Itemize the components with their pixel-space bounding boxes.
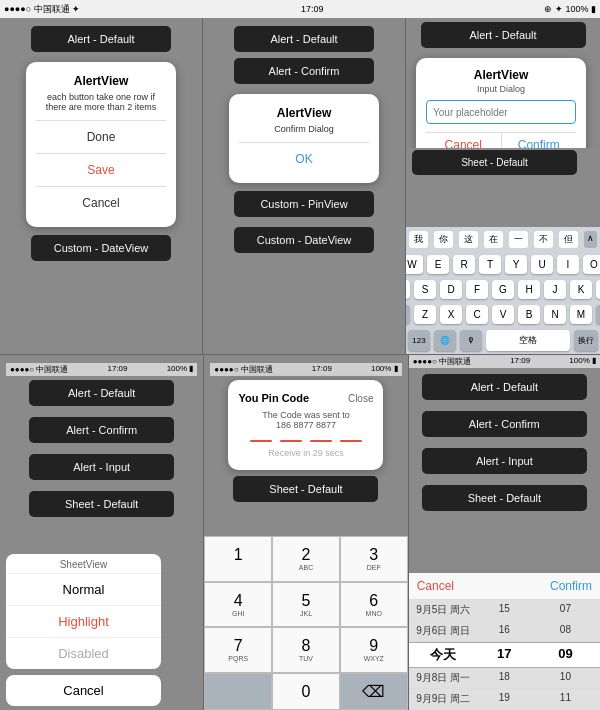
kb-f[interactable]: F bbox=[466, 280, 488, 299]
numpad-row-3: 7PQRS 8TUV 9WXYZ bbox=[204, 627, 407, 673]
kb-suggestion[interactable]: 但 bbox=[559, 231, 578, 248]
kb-r[interactable]: R bbox=[453, 255, 475, 274]
numpad-2[interactable]: 2ABC bbox=[272, 536, 340, 582]
date-picker-scroll: 9月5日 周六 15 07 9月6日 周日 16 08 今天 17 09 9月8… bbox=[409, 600, 600, 710]
kb-x[interactable]: X bbox=[440, 305, 462, 324]
done-button[interactable]: Done bbox=[36, 125, 166, 149]
date-picker-confirm[interactable]: Confirm bbox=[550, 579, 592, 593]
kb-a[interactable]: A bbox=[406, 280, 410, 299]
pin-title: You Pin Code bbox=[238, 392, 309, 404]
input-field[interactable] bbox=[426, 100, 576, 124]
input-dialog-title: AlertView bbox=[426, 68, 576, 82]
kb-m[interactable]: M bbox=[570, 305, 592, 324]
kb-v[interactable]: V bbox=[492, 305, 514, 324]
numpad-0[interactable]: 0 bbox=[272, 673, 340, 710]
kb-g[interactable]: G bbox=[492, 280, 514, 299]
kb-u[interactable]: U bbox=[531, 255, 553, 274]
carrier-left: ●●●●○ 中国联通 ✦ bbox=[4, 3, 80, 16]
kb-suggestion[interactable]: 不 bbox=[534, 231, 553, 248]
kb-j[interactable]: J bbox=[544, 280, 566, 299]
custom-dateview-btn-mid[interactable]: Custom - DateView bbox=[234, 227, 374, 253]
sheet-cancel[interactable]: Cancel bbox=[6, 675, 161, 706]
kb-n[interactable]: N bbox=[544, 305, 566, 324]
alert-confirm-btn-mid[interactable]: Alert - Confirm bbox=[234, 58, 374, 84]
kb-c[interactable]: C bbox=[466, 305, 488, 324]
cancel-button[interactable]: Cancel bbox=[36, 191, 166, 215]
alert-input-btn-bl[interactable]: Alert - Input bbox=[29, 454, 174, 480]
kb-suggestion[interactable]: 在 bbox=[484, 231, 503, 248]
numpad-8[interactable]: 8TUV bbox=[272, 627, 340, 673]
date-picker-cancel[interactable]: Cancel bbox=[417, 579, 454, 593]
pin-dots bbox=[238, 440, 373, 442]
numpad-row-1: 1 2ABC 3DEF bbox=[204, 536, 407, 582]
sheet-list: SheetView Normal Highlight Disabled bbox=[6, 554, 161, 669]
kb-suggestion[interactable]: 这 bbox=[459, 231, 478, 248]
numpad: 1 2ABC 3DEF 4GHI 5JKL 6MNO 7PQRS 8TUV 9W… bbox=[204, 536, 407, 710]
sheet-item-highlight[interactable]: Highlight bbox=[6, 605, 161, 637]
kb-i[interactable]: I bbox=[557, 255, 579, 274]
kb-k[interactable]: K bbox=[570, 280, 592, 299]
numpad-4[interactable]: 4GHI bbox=[204, 582, 272, 628]
numpad-9[interactable]: 9WXYZ bbox=[340, 627, 408, 673]
kb-s[interactable]: S bbox=[414, 280, 436, 299]
kb-z[interactable]: Z bbox=[414, 305, 436, 324]
divider bbox=[36, 153, 166, 154]
kb-suggestion[interactable]: 我 bbox=[409, 231, 428, 248]
kb-o[interactable]: O bbox=[583, 255, 600, 274]
pin-close-btn[interactable]: Close bbox=[348, 393, 374, 404]
numpad-backspace[interactable]: ⌫ bbox=[340, 673, 408, 710]
alert-default-btn-right[interactable]: Alert - Default bbox=[421, 22, 586, 48]
panel-bottom-left: ●●●●○ 中国联通17:09100% ▮ Alert - Default Al… bbox=[0, 355, 204, 710]
alert-default-btn-top-left[interactable]: Alert - Default bbox=[31, 26, 171, 52]
custom-pinview-btn[interactable]: Custom - PinView bbox=[234, 191, 374, 217]
kb-w[interactable]: W bbox=[406, 255, 423, 274]
kb-d[interactable]: D bbox=[440, 280, 462, 299]
custom-dateview-btn[interactable]: Custom - DateView bbox=[31, 235, 171, 261]
date-picker-toolbar: Cancel Confirm bbox=[409, 573, 600, 600]
kb-chevron-up[interactable]: ∧ bbox=[584, 231, 597, 248]
panel-bottom-right: ●●●●○ 中国联通17:09100% ▮ Alert - Default Al… bbox=[409, 355, 600, 710]
kb-return[interactable]: 换行 bbox=[574, 330, 598, 351]
kb-e[interactable]: E bbox=[427, 255, 449, 274]
time-center: 17:09 bbox=[301, 4, 324, 14]
alert-confirm-btn-bl[interactable]: Alert - Confirm bbox=[29, 417, 174, 443]
kb-space[interactable]: 空格 bbox=[486, 330, 570, 351]
alert-title: AlertView bbox=[36, 74, 166, 88]
alert-default-btn-bl[interactable]: Alert - Default bbox=[29, 380, 174, 406]
numpad-empty bbox=[204, 673, 272, 710]
alert-default-btn-br[interactable]: Alert - Default bbox=[422, 374, 587, 400]
pin-msg1: The Code was sent to bbox=[262, 410, 350, 420]
kb-b[interactable]: B bbox=[518, 305, 540, 324]
sheet-default-btn-bm[interactable]: Sheet - Default bbox=[233, 476, 378, 502]
numpad-6[interactable]: 6MNO bbox=[340, 582, 408, 628]
save-button[interactable]: Save bbox=[36, 158, 166, 182]
kb-row-asdf: A S D F G H J K L bbox=[406, 277, 600, 302]
kb-shift[interactable]: ⇧ bbox=[406, 305, 410, 324]
sheet-default-btn-br[interactable]: Sheet - Default bbox=[422, 485, 587, 511]
kb-123[interactable]: 123 bbox=[408, 330, 430, 351]
kb-y[interactable]: Y bbox=[505, 255, 527, 274]
pin-dialog-header: You Pin Code Close bbox=[238, 392, 373, 404]
kb-suggestion[interactable]: 一 bbox=[509, 231, 528, 248]
kb-t[interactable]: T bbox=[479, 255, 501, 274]
date-row-3: 9月8日 周一 18 10 bbox=[409, 668, 600, 689]
kb-l[interactable]: L bbox=[596, 280, 600, 299]
alert-confirm-btn-br[interactable]: Alert - Confirm bbox=[422, 411, 587, 437]
alert-input-btn-br[interactable]: Alert - Input bbox=[422, 448, 587, 474]
numpad-1[interactable]: 1 bbox=[204, 536, 272, 582]
numpad-3[interactable]: 3DEF bbox=[340, 536, 408, 582]
sheet-default-btn-bl[interactable]: Sheet - Default bbox=[29, 491, 174, 517]
sheet-item-normal[interactable]: Normal bbox=[6, 573, 161, 605]
kb-mic[interactable]: 🎙 bbox=[460, 330, 482, 351]
ok-button[interactable]: OK bbox=[239, 147, 369, 171]
sheet-default-btn-right[interactable]: Sheet - Default bbox=[412, 150, 577, 175]
divider bbox=[239, 142, 369, 143]
kb-h[interactable]: H bbox=[518, 280, 540, 299]
alert-default-btn-mid[interactable]: Alert - Default bbox=[234, 26, 374, 52]
kb-backspace[interactable]: ⌫ bbox=[596, 305, 600, 324]
numpad-5[interactable]: 5JKL bbox=[272, 582, 340, 628]
kb-suggestion[interactable]: 你 bbox=[434, 231, 453, 248]
pin-timer: Receive in 29 secs bbox=[238, 448, 373, 458]
kb-globe[interactable]: 🌐 bbox=[434, 330, 456, 351]
numpad-7[interactable]: 7PQRS bbox=[204, 627, 272, 673]
